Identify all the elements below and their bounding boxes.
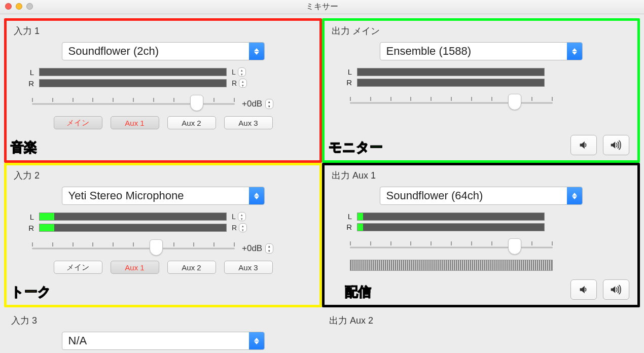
svg-marker-4 — [254, 193, 259, 196]
slider-thumb-icon[interactable] — [190, 95, 203, 111]
channel-label-r: R — [27, 224, 34, 232]
channel-label-r: R — [345, 78, 352, 87]
db-stepper[interactable]: ▴▾ — [265, 99, 273, 109]
svg-marker-2 — [572, 48, 577, 51]
level-meter-l — [357, 213, 545, 221]
panel-header: 入力 2 — [14, 169, 312, 182]
device-select-input-1[interactable]: Soundflower (2ch) — [62, 42, 265, 60]
device-select-value: Soundflower (2ch) — [62, 45, 249, 58]
speaker-low-button[interactable] — [570, 279, 597, 300]
level-meter-l — [39, 213, 227, 221]
route-aux1-button[interactable]: Aux 1 — [111, 116, 159, 129]
ch-map-l: L — [232, 68, 236, 76]
slider-thumb-icon[interactable] — [150, 239, 163, 256]
device-select-value: Ensemble (1588) — [380, 45, 567, 58]
traffic-lights — [5, 3, 33, 10]
window-titlebar: ミキサー — [0, 0, 644, 14]
panel-header: 出力 Aux 2 — [329, 314, 633, 327]
panel-input-2: 入力 2 Yeti Stereo Microphone L L▴▾ R R▴▾ — [4, 163, 322, 307]
device-select-value: Soundflower (64ch) — [380, 189, 567, 202]
chevron-updown-icon — [249, 187, 264, 204]
level-meter-r — [357, 223, 545, 231]
svg-marker-1 — [254, 52, 259, 55]
route-aux3-button[interactable]: Aux 3 — [224, 116, 273, 129]
panel-header: 入力 1 — [14, 25, 312, 37]
slider-thumb-icon[interactable] — [508, 94, 521, 110]
svg-marker-0 — [254, 48, 259, 51]
device-select-input-3[interactable]: N/A — [62, 332, 265, 350]
panel-header: 出力 メイン — [332, 25, 630, 37]
channel-label-l: L — [345, 212, 352, 221]
device-select-value: Yeti Stereo Microphone — [62, 189, 249, 202]
chevron-updown-icon — [567, 187, 582, 204]
ch-map-r: R — [232, 79, 237, 87]
volume-slider[interactable] — [350, 96, 553, 110]
db-value: +0dB — [242, 243, 262, 254]
ch-map-l: L — [232, 213, 236, 221]
svg-marker-8 — [254, 338, 259, 341]
svg-marker-9 — [254, 341, 259, 344]
level-meter-r — [39, 79, 227, 87]
panel-output-aux2: 出力 Aux 2 — [322, 307, 640, 353]
volume-slider[interactable] — [32, 97, 235, 111]
window-title: ミキサー — [306, 2, 338, 12]
zoom-icon[interactable] — [26, 3, 33, 10]
svg-marker-6 — [572, 193, 577, 196]
route-aux2-button[interactable]: Aux 2 — [167, 116, 216, 129]
overlay-label: 配信 — [345, 283, 371, 301]
channel-label-r: R — [345, 223, 352, 231]
svg-marker-5 — [254, 196, 259, 199]
speaker-low-button[interactable] — [570, 135, 597, 155]
level-meter-l — [357, 68, 545, 76]
overlay-label: 音楽 — [11, 138, 37, 156]
route-aux3-button[interactable]: Aux 3 — [224, 261, 273, 274]
channel-label-l: L — [345, 67, 352, 76]
channel-stepper-l[interactable]: ▴▾ — [238, 212, 246, 221]
vu-meter — [350, 260, 553, 271]
overlay-label: モニター — [329, 138, 383, 156]
channel-label-l: L — [27, 68, 34, 77]
channel-label-r: R — [27, 79, 34, 88]
panel-header: 出力 Aux 1 — [332, 169, 630, 182]
route-main-button[interactable]: メイン — [54, 261, 102, 274]
slider-thumb-icon[interactable] — [508, 238, 521, 255]
close-icon[interactable] — [5, 3, 12, 10]
channel-stepper-r[interactable]: ▴▾ — [239, 223, 247, 232]
device-select-value: N/A — [62, 334, 249, 347]
overlay-label: トーク — [11, 283, 51, 301]
chevron-updown-icon — [249, 43, 264, 60]
volume-slider[interactable] — [350, 240, 553, 255]
minimize-icon[interactable] — [16, 3, 22, 10]
route-aux1-button[interactable]: Aux 1 — [111, 261, 159, 274]
ch-map-r: R — [232, 224, 237, 232]
speaker-high-button[interactable] — [603, 135, 629, 155]
channel-stepper-l[interactable]: ▴▾ — [238, 67, 246, 77]
volume-slider[interactable] — [32, 241, 235, 256]
panel-input-3: 入力 3 N/A — [4, 307, 322, 353]
panel-output-aux1: 出力 Aux 1 Soundflower (64ch) L R — [322, 163, 640, 307]
panel-input-1: 入力 1 Soundflower (2ch) L L▴▾ R R▴▾ — [4, 18, 322, 163]
route-aux2-button[interactable]: Aux 2 — [167, 261, 216, 274]
panel-output-main: 出力 メイン Ensemble (1588) L R — [322, 18, 640, 163]
chevron-updown-icon — [567, 43, 582, 60]
device-select-output-aux1[interactable]: Soundflower (64ch) — [380, 187, 583, 205]
level-meter-r — [357, 79, 545, 87]
db-stepper[interactable]: ▴▾ — [265, 243, 273, 254]
route-main-button[interactable]: メイン — [54, 116, 102, 129]
svg-marker-7 — [572, 196, 577, 199]
level-meter-l — [39, 68, 227, 76]
level-meter-r — [39, 224, 227, 232]
channel-stepper-r[interactable]: ▴▾ — [239, 79, 247, 88]
speaker-high-button[interactable] — [603, 279, 629, 300]
panel-header: 入力 3 — [11, 314, 315, 327]
svg-marker-3 — [572, 52, 577, 55]
device-select-input-2[interactable]: Yeti Stereo Microphone — [62, 187, 265, 205]
db-value: +0dB — [242, 99, 262, 109]
channel-label-l: L — [27, 213, 34, 221]
chevron-updown-icon — [249, 332, 264, 349]
device-select-output-main[interactable]: Ensemble (1588) — [380, 42, 583, 60]
